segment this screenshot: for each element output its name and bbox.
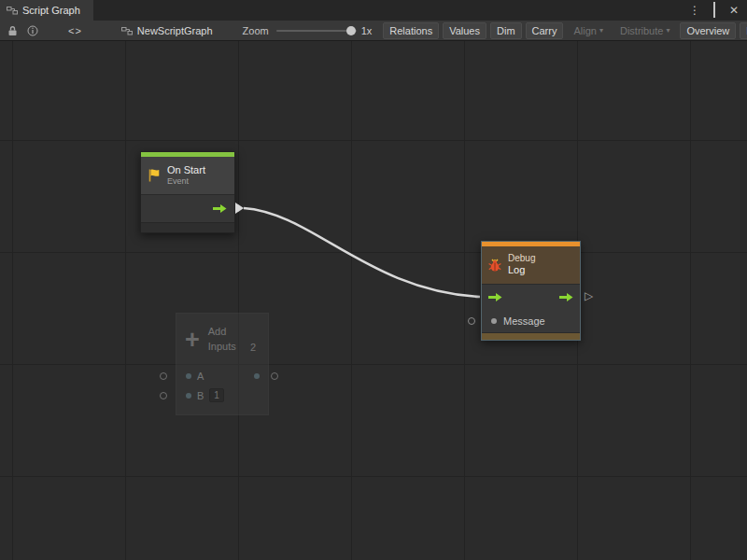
debug-flow-row (482, 284, 580, 310)
add-inputs-b-outer-port[interactable] (160, 392, 167, 399)
message-input-outer-port[interactable] (468, 317, 475, 325)
input-a-dot-icon (186, 373, 191, 379)
debug-flow-input-port[interactable] (488, 292, 502, 302)
node-add-inputs-ghost[interactable]: + Add Inputs 2 A B 1 (176, 313, 269, 415)
graph-canvas[interactable]: On Start Event (0, 41, 747, 560)
graph-asset-icon (121, 25, 133, 36)
toolbar-button-values[interactable]: Values (443, 22, 486, 39)
graph-name-breadcrumb[interactable]: NewScriptGraph (121, 25, 213, 36)
message-value-dot-icon (491, 318, 497, 324)
toolbar-button-dim[interactable]: Dim (490, 22, 522, 39)
graph-name-label: NewScriptGraph (137, 25, 213, 36)
debug-header: Debug Log (482, 246, 580, 284)
node-on-start[interactable]: On Start Event (140, 151, 235, 233)
window-controls: ⋮ ✕ (688, 0, 747, 21)
menu-icon[interactable]: ⋮ (688, 5, 701, 16)
debug-flow-output-outer-port[interactable]: ▷ (585, 290, 593, 301)
window-titlebar: Script Graph ⋮ ✕ (0, 0, 747, 21)
plus-icon: + (185, 328, 200, 353)
input-b-label: B (197, 390, 204, 401)
connection-wire (244, 208, 480, 297)
toolbar-button-distribute-label: Distribute (620, 25, 663, 36)
graph-icon (7, 5, 18, 16)
debug-footer (482, 332, 580, 340)
toolbar-button-relations[interactable]: Relations (383, 22, 439, 39)
zoom-label: Zoom (243, 25, 269, 36)
add-inputs-result-outer-port[interactable] (271, 372, 278, 380)
caret-down-icon: ▾ (666, 27, 669, 35)
tab-script-graph[interactable]: Script Graph (0, 0, 93, 21)
add-inputs-count[interactable]: 2 (250, 342, 256, 353)
maximize-icon[interactable] (708, 5, 721, 16)
graph-toolbar: <> NewScriptGraph Zoom 1x Relations Valu… (0, 21, 747, 41)
add-inputs-a-outer-port[interactable] (160, 372, 167, 380)
toolbar-button-fullscreen[interactable]: Full S (740, 22, 747, 39)
caret-down-icon: ▾ (599, 27, 603, 35)
toolbar-button-overview[interactable]: Overview (680, 22, 736, 39)
on-start-title: On Start (167, 164, 205, 177)
input-a-output-dot-icon (254, 373, 260, 379)
maximize-box (713, 2, 715, 18)
debug-flow-output-port[interactable] (559, 292, 573, 302)
zoom-slider-knob[interactable] (346, 26, 356, 35)
on-start-output-port[interactable] (235, 203, 244, 214)
add-inputs-header: + Add Inputs 2 (176, 314, 268, 366)
zoom-slider-track[interactable] (276, 30, 357, 32)
input-b-dot-icon (186, 393, 191, 399)
add-inputs-word2: Inputs (208, 341, 236, 352)
debug-kind-label: Debug (508, 253, 535, 265)
node-debug-log[interactable]: Debug Log Message (481, 241, 581, 341)
flag-icon (147, 168, 162, 183)
zoom-value: 1x (361, 25, 373, 36)
on-start-subtitle: Event (167, 176, 205, 187)
toolbar-button-distribute: Distribute ▾ (613, 22, 676, 39)
add-inputs-row-a: A (176, 366, 268, 385)
zoom-slider[interactable] (276, 30, 357, 32)
toolbar-button-carry[interactable]: Carry (526, 22, 564, 39)
debug-message-row: Message (482, 310, 580, 332)
bug-icon (487, 258, 502, 273)
on-start-flow-output-arrow-icon[interactable] (213, 203, 227, 214)
edit-graph-code-icon[interactable]: <> (68, 25, 82, 36)
lock-icon[interactable] (7, 25, 18, 36)
info-icon[interactable] (27, 25, 38, 36)
message-label: Message (503, 315, 545, 327)
on-start-header: On Start Event (141, 157, 234, 194)
add-inputs-row-b: B 1 (176, 385, 268, 405)
input-b-value-field[interactable]: 1 (209, 388, 224, 402)
on-start-footer (141, 222, 234, 232)
tab-title: Script Graph (22, 5, 80, 16)
on-start-body (141, 194, 234, 222)
connections-layer (0, 41, 747, 560)
debug-title: Log (508, 264, 535, 277)
close-icon[interactable]: ✕ (727, 5, 740, 16)
add-inputs-word1: Add (208, 326, 227, 337)
input-a-label: A (197, 371, 204, 382)
toolbar-button-align-label: Align (573, 25, 596, 36)
toolbar-button-align: Align ▾ (567, 22, 609, 39)
